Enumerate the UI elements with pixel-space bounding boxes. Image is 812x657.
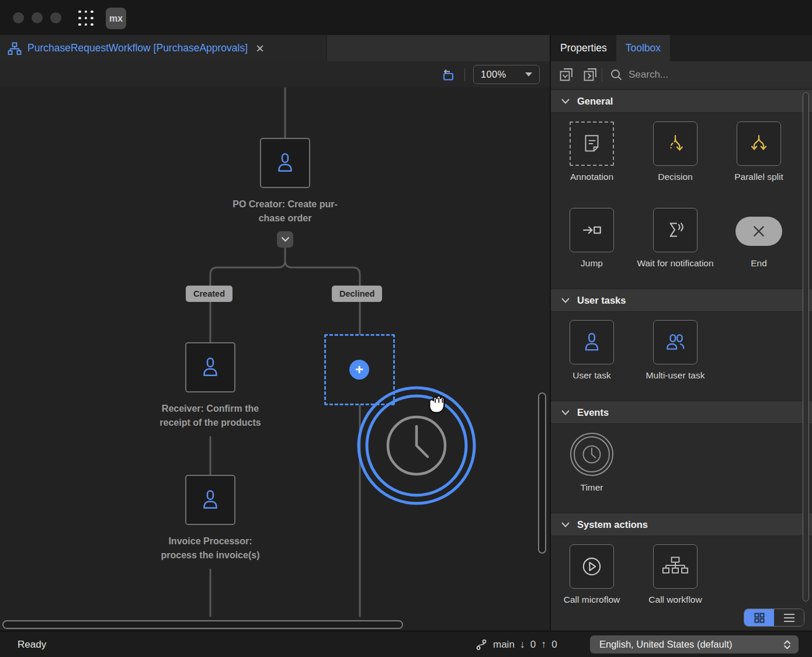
toolbox-item-timer[interactable] <box>570 432 614 477</box>
zoom-level-value: 100% <box>481 69 506 80</box>
canvas-toolbar: 100% <box>0 61 550 88</box>
chevron-down-icon <box>281 237 290 242</box>
section-header-system-actions[interactable]: System actions <box>551 513 812 536</box>
search-icon <box>610 68 623 81</box>
parallel-split-icon <box>747 131 771 156</box>
toolbox-item-label: Call workflow <box>633 593 717 606</box>
toolbox-item-annotation[interactable] <box>570 121 614 166</box>
maximize-window-button[interactable] <box>50 12 61 23</box>
toolbox-item-label: Decision <box>633 171 717 183</box>
chevron-down-icon <box>561 98 570 105</box>
app-launcher-grid-icon[interactable] <box>77 9 95 27</box>
chevron-down-icon <box>561 409 570 416</box>
collapse-all-icon[interactable] <box>582 67 598 82</box>
user-task-icon <box>197 354 223 380</box>
list-view-icon <box>783 613 796 623</box>
flow-badge-declined[interactable]: Declined <box>332 286 382 302</box>
section-header-user-tasks[interactable]: User tasks <box>551 288 812 312</box>
language-value: English, United States (default) <box>599 639 732 650</box>
multi-user-task-icon <box>663 330 688 354</box>
list-view-button[interactable] <box>774 609 804 626</box>
toolbox-view-toggle <box>744 609 804 627</box>
toolbox-item-jump[interactable] <box>570 208 614 252</box>
section-header-events[interactable]: Events <box>551 401 812 424</box>
tab-properties[interactable]: Properties <box>551 35 616 61</box>
incoming-arrow-icon: ↓ <box>520 638 525 651</box>
annotation-icon <box>579 131 604 156</box>
horizontal-scrollbar[interactable] <box>2 620 403 629</box>
grid-view-icon <box>754 612 765 624</box>
task-node-po-creator[interactable] <box>260 138 310 188</box>
expand-all-icon[interactable] <box>558 67 574 82</box>
status-message: Ready <box>18 631 46 657</box>
task-node-invoice-processor[interactable] <box>185 475 235 525</box>
toolbox-item-label: Timer <box>550 481 634 494</box>
timer-icon <box>570 432 614 477</box>
toolbar-divider <box>602 68 602 82</box>
task-label-po-creator: PO Creator: Create pur- chase order <box>192 197 379 225</box>
app-window: mx PurchaseRequestWorkflow [PurchaseAppr… <box>0 0 812 657</box>
toolbox-item-wait-for-notification[interactable] <box>653 208 698 252</box>
toolbox-toolbar <box>551 61 812 88</box>
workflow-canvas[interactable]: PO Creator: Create pur- chase order Crea… <box>0 88 550 631</box>
tab-close-icon[interactable]: × <box>256 41 264 55</box>
collapse-branch-button[interactable] <box>277 231 293 248</box>
toolbox-item-user-task[interactable] <box>570 320 614 364</box>
toolbox-item-label: User task <box>550 369 634 382</box>
flow-badge-created[interactable]: Created <box>186 286 233 302</box>
search-input[interactable] <box>629 69 757 81</box>
toolbox-item-label: Parallel split <box>717 171 801 183</box>
tab-title: PurchaseRequestWorkflow [PurchaseApprova… <box>27 42 248 54</box>
toolbox-item-call-microflow[interactable] <box>570 544 614 589</box>
task-label-receiver: Receiver: Confirm the receipt of the pro… <box>117 402 304 430</box>
incoming-count: 0 <box>530 639 536 651</box>
grid-view-button[interactable] <box>744 609 774 626</box>
toolbox-item-end[interactable] <box>735 217 782 246</box>
jump-icon <box>579 218 604 242</box>
call-workflow-icon <box>662 554 689 579</box>
user-task-icon <box>579 330 604 354</box>
mendix-app-icon[interactable]: mx <box>106 8 126 29</box>
toolbar-divider <box>464 68 465 81</box>
close-window-button[interactable] <box>13 12 24 23</box>
fit-to-window-button[interactable] <box>439 66 457 84</box>
add-plus-icon[interactable]: + <box>349 360 369 380</box>
title-bar: mx <box>0 0 812 35</box>
minimize-window-button[interactable] <box>32 12 43 23</box>
git-branch-icon <box>475 638 488 651</box>
document-tab-strip: PurchaseRequestWorkflow [PurchaseApprova… <box>0 35 550 61</box>
panel-tab-strip: Properties Toolbox <box>551 35 812 61</box>
toolbox-item-decision[interactable] <box>653 121 698 166</box>
wait-for-notification-icon <box>663 218 688 242</box>
timer-drag-ghost[interactable] <box>355 384 478 507</box>
section-header-general[interactable]: General <box>551 89 812 113</box>
toolbox-item-label: Jump <box>550 257 634 270</box>
call-microflow-icon <box>579 554 604 579</box>
language-selector[interactable]: English, United States (default) <box>590 635 799 653</box>
chevron-down-icon <box>525 72 532 77</box>
toolbox-item-label: Wait for notification <box>633 257 717 270</box>
toolbox-item-label: Call microflow <box>550 593 634 606</box>
outgoing-arrow-icon: ↑ <box>541 638 546 651</box>
vertical-scrollbar[interactable] <box>538 392 546 554</box>
workflow-icon <box>8 41 22 55</box>
tab-toolbox[interactable]: Toolbox <box>616 35 670 61</box>
toolbox-item-multi-user-task[interactable] <box>653 320 698 364</box>
right-panel: Properties Toolbox <box>551 35 812 631</box>
toolbox-item-call-workflow[interactable] <box>653 544 698 589</box>
chevron-down-icon <box>561 522 570 528</box>
toolbox-item-label: Annotation <box>550 171 634 183</box>
task-node-receiver[interactable] <box>185 342 235 392</box>
decision-icon <box>663 131 688 156</box>
toolbox-item-label: End <box>717 257 801 270</box>
toolbox-item-parallel-split[interactable] <box>737 121 781 166</box>
version-control-status[interactable]: main ↓ 0 ↑ 0 <box>475 631 557 657</box>
panel-scrollbar[interactable] <box>803 92 809 602</box>
outgoing-count: 0 <box>551 639 557 651</box>
user-task-icon <box>272 150 298 176</box>
chevron-up-down-icon <box>783 639 792 651</box>
chevron-down-icon <box>561 297 570 304</box>
zoom-level-dropdown[interactable]: 100% <box>473 65 540 84</box>
tab-purchase-request-workflow[interactable]: PurchaseRequestWorkflow [PurchaseApprova… <box>0 35 327 61</box>
branch-name: main <box>493 639 515 651</box>
